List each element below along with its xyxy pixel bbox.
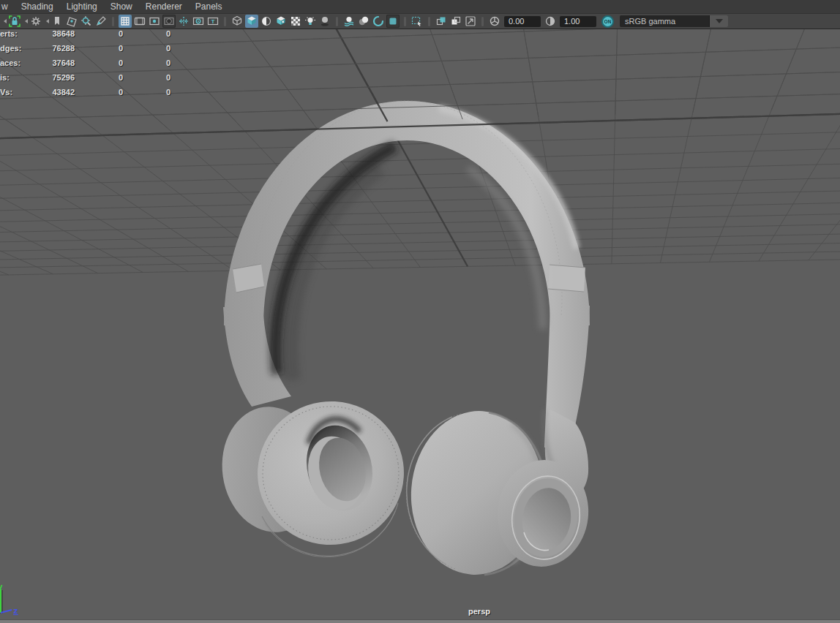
view-transform-value: sRGB gamma bbox=[620, 15, 709, 27]
toolbar-separator bbox=[404, 17, 406, 26]
filmgate-icon bbox=[134, 15, 146, 27]
motion-blur-button[interactable] bbox=[372, 15, 385, 28]
film-gate-button[interactable] bbox=[133, 15, 146, 28]
hud-col2: 0 bbox=[95, 73, 123, 82]
flag-icon bbox=[51, 15, 63, 27]
camera-menu-arrow-icon[interactable] bbox=[44, 19, 49, 23]
exposure-button[interactable] bbox=[488, 15, 501, 28]
toolbar-separator bbox=[336, 17, 338, 26]
gamma-field[interactable]: 1.00 bbox=[560, 16, 596, 27]
contrast-icon bbox=[544, 15, 556, 27]
hud-row: is:7529600 bbox=[0, 72, 190, 86]
safe-title-button[interactable]: T bbox=[206, 15, 220, 28]
hud-row: erts:3864800 bbox=[0, 28, 190, 42]
selectbox-icon bbox=[411, 15, 423, 27]
y-axis-label: y bbox=[0, 583, 3, 592]
toolbar-separator bbox=[428, 17, 430, 26]
hud-label: Vs: bbox=[0, 88, 12, 97]
poly-count-hud: erts:3864800dges:7628800aces:3764800is:7… bbox=[0, 28, 190, 101]
wirecube-icon bbox=[231, 15, 243, 27]
object-selection-mode-button[interactable] bbox=[410, 15, 424, 28]
safe-action-button[interactable] bbox=[192, 15, 205, 28]
image-plane-button[interactable] bbox=[65, 15, 78, 28]
isolate-remove-selected-button[interactable] bbox=[464, 15, 477, 28]
menu-lighting[interactable]: Lighting bbox=[60, 0, 104, 14]
panel-bottom-edge bbox=[0, 619, 840, 623]
hud-col2: 0 bbox=[95, 29, 123, 38]
next-view-arrow-icon[interactable] bbox=[23, 19, 28, 23]
shadedcube-icon bbox=[246, 15, 258, 27]
screen-space-shadows-button[interactable] bbox=[342, 15, 356, 28]
z-axis-label: z bbox=[13, 606, 18, 616]
fieldchart-icon bbox=[178, 15, 190, 27]
hud-value: 37648 bbox=[29, 58, 75, 67]
halfsphere-icon bbox=[260, 15, 272, 27]
hud-col2: 0 bbox=[95, 58, 123, 67]
camera-name-label: persp bbox=[435, 607, 523, 616]
contrast-button[interactable] bbox=[544, 15, 557, 28]
grease-pencil-button[interactable] bbox=[94, 15, 108, 28]
menu-show[interactable]: Show bbox=[104, 0, 139, 14]
menu-w[interactable]: w bbox=[0, 0, 15, 14]
iso1-icon bbox=[435, 15, 447, 27]
msaa-icon bbox=[387, 15, 399, 27]
wireframe-on-shaded-button[interactable] bbox=[260, 15, 273, 28]
mblur-icon bbox=[372, 15, 384, 27]
iso3-icon bbox=[465, 15, 476, 27]
hud-value: 76288 bbox=[29, 44, 75, 53]
gate-mask-button[interactable] bbox=[162, 15, 176, 28]
use-all-lights-button[interactable] bbox=[289, 15, 302, 28]
panzoom-icon bbox=[80, 15, 92, 27]
texcube-icon bbox=[275, 15, 287, 27]
grid-toggle-button[interactable] bbox=[119, 15, 132, 28]
toolbar-separator bbox=[481, 17, 484, 26]
ambient-occlusion-button[interactable] bbox=[357, 15, 370, 28]
resolution-gate-button[interactable] bbox=[148, 15, 161, 28]
hud-col2: 0 bbox=[95, 88, 123, 97]
shadowsphere-icon bbox=[319, 15, 331, 27]
pencil-icon bbox=[95, 15, 107, 27]
grid-icon bbox=[119, 15, 131, 27]
pan-zoom-2d-button[interactable] bbox=[80, 15, 93, 28]
view-transform-dropdown[interactable]: sRGB gamma bbox=[620, 15, 728, 27]
hud-label: dges: bbox=[0, 44, 21, 53]
sssphere-icon bbox=[343, 15, 355, 27]
view-axis-gizmo: y z bbox=[0, 583, 30, 623]
isolate-add-selected-button[interactable] bbox=[449, 15, 462, 28]
menu-shading[interactable]: Shading bbox=[15, 0, 60, 14]
ao-icon bbox=[358, 15, 370, 27]
hud-col3: 0 bbox=[143, 73, 170, 82]
safetitle-icon: T bbox=[207, 15, 219, 27]
multisample-aa-button[interactable] bbox=[386, 15, 400, 28]
chevron-down-icon[interactable] bbox=[709, 15, 728, 27]
checker-icon bbox=[290, 15, 301, 27]
hud-row: Vs:4384200 bbox=[0, 86, 190, 101]
exposure-field[interactable]: 0.00 bbox=[504, 16, 541, 27]
bookmark-button[interactable] bbox=[50, 15, 64, 28]
gear-icon bbox=[30, 15, 42, 27]
hud-col2: 0 bbox=[95, 44, 123, 53]
camera-attributes-button[interactable] bbox=[29, 15, 42, 28]
hud-row: dges:7628800 bbox=[0, 42, 190, 57]
field-chart-button[interactable] bbox=[177, 15, 190, 28]
wireframe-display-button[interactable] bbox=[230, 15, 244, 28]
shaded-display-button[interactable] bbox=[245, 15, 258, 28]
menu-renderer[interactable]: Renderer bbox=[139, 0, 189, 14]
prev-view-arrow-icon[interactable] bbox=[1, 19, 7, 23]
iso2-icon bbox=[450, 15, 462, 27]
hud-col3: 0 bbox=[143, 44, 170, 53]
hud-col3: 0 bbox=[143, 88, 170, 97]
safeaction-icon bbox=[192, 15, 204, 27]
color-management-toggle[interactable]: ON bbox=[601, 15, 614, 28]
lock-camera-button[interactable] bbox=[8, 15, 21, 28]
shadows-display-button[interactable] bbox=[318, 15, 331, 28]
menu-panels[interactable]: Panels bbox=[189, 0, 229, 14]
textured-display-button[interactable] bbox=[274, 15, 288, 28]
hud-label: aces: bbox=[0, 58, 20, 67]
hud-label: is: bbox=[0, 73, 10, 82]
imgplane-icon bbox=[66, 15, 78, 27]
panel-menu-bar: wShadingLightingShowRendererPanels bbox=[0, 0, 840, 14]
toolbar-separator bbox=[224, 17, 226, 26]
default-lighting-button[interactable] bbox=[304, 15, 317, 28]
isolate-select-button[interactable] bbox=[435, 15, 448, 28]
